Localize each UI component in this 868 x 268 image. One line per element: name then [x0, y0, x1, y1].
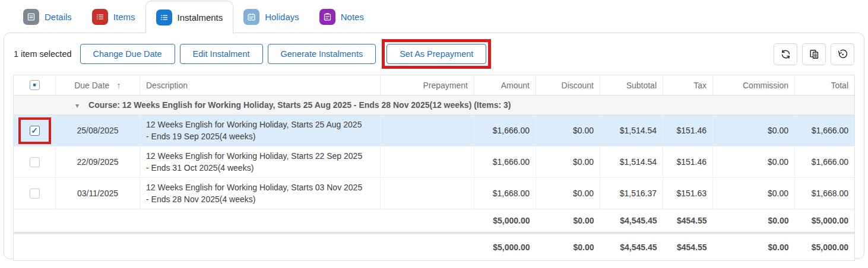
column-header-amount[interactable]: Amount: [474, 75, 536, 95]
description-cell: 12 Weeks English for Working Holiday, St…: [140, 146, 381, 178]
group-total-amount: $5,000.00: [474, 209, 536, 232]
grand-total-row: $5,000.00 $0.00 $4,545.45 $454.55 $0.00 …: [14, 234, 855, 261]
column-header-commission[interactable]: Commission: [713, 75, 795, 95]
copy-button[interactable]: [802, 43, 826, 65]
description-cell: 12 Weeks English for Working Holiday, St…: [140, 178, 381, 209]
selection-status: 1 item selected: [14, 49, 72, 59]
commission-cell: $0.00: [713, 178, 795, 209]
subtotal-cell: $1,516.37: [600, 178, 663, 209]
tab-holidays[interactable]: Holidays: [233, 1, 309, 33]
refresh-button[interactable]: [774, 43, 797, 65]
tab-instalments-label: Instalments: [178, 12, 223, 23]
checkmark-icon: ✓: [31, 126, 38, 135]
group-total-discount: $0.00: [536, 209, 600, 232]
amount-cell: $1,668.00: [474, 178, 536, 209]
generate-instalments-button[interactable]: Generate Instalments: [268, 44, 376, 64]
tax-cell: $151.63: [663, 178, 713, 209]
grand-total-discount: $0.00: [536, 234, 600, 261]
tab-details-label: Details: [45, 12, 72, 22]
row-checkbox[interactable]: [30, 157, 40, 167]
total-cell: $1,666.00: [795, 115, 855, 146]
refresh-icon: [780, 49, 791, 60]
list-icon: [92, 9, 108, 25]
list-icon: [156, 9, 172, 25]
tab-notes[interactable]: Notes: [309, 1, 374, 33]
copy-icon: [809, 49, 820, 60]
row-checkbox[interactable]: [30, 189, 40, 199]
history-icon: [837, 49, 848, 60]
annotation-box-row-checkbox: ✓: [18, 117, 51, 144]
tab-notes-label: Notes: [341, 12, 364, 22]
subtotal-cell: $1,514.54: [600, 115, 663, 146]
tab-details[interactable]: Details: [13, 1, 82, 33]
note-icon: [319, 9, 335, 25]
discount-cell: $0.00: [536, 146, 600, 178]
instalment-row-3[interactable]: 03/11/2025 12 Weeks English for Working …: [14, 178, 855, 209]
tab-items-label: Items: [113, 12, 135, 22]
tab-holidays-label: Holidays: [265, 12, 299, 22]
grand-total-total: $5,000.00: [795, 234, 855, 261]
prepayment-cell: [381, 178, 474, 209]
column-header-description[interactable]: Description: [140, 75, 381, 95]
calendar-icon: [243, 9, 259, 25]
course-group-label: Course: 12 Weeks English for Working Hol…: [88, 100, 511, 110]
tax-cell: $151.46: [663, 146, 713, 178]
edit-instalment-button[interactable]: Edit Instalment: [180, 44, 263, 64]
column-header-prepayment[interactable]: Prepayment: [381, 75, 474, 95]
grand-total-amount: $5,000.00: [474, 234, 536, 261]
instalments-panel: 1 item selected Change Due Date Edit Ins…: [4, 33, 864, 259]
group-total-tax: $454.55: [663, 209, 713, 232]
total-cell: $1,668.00: [795, 178, 855, 209]
tab-instalments[interactable]: Instalments: [145, 1, 234, 34]
collapse-caret-icon[interactable]: ▾: [75, 101, 79, 110]
subtotal-cell: $1,514.54: [600, 146, 663, 178]
tax-cell: $151.46: [663, 115, 713, 146]
grand-total-subtotal: $4,545.45: [600, 234, 663, 261]
change-due-date-button[interactable]: Change Due Date: [80, 44, 175, 64]
prepayment-cell: [381, 146, 474, 178]
group-total-subtotal: $4,545.45: [600, 209, 663, 232]
tab-items[interactable]: Items: [82, 1, 145, 33]
table-header-row: ■ Due Date↑ Description Prepayment Amoun…: [14, 75, 855, 95]
group-total-row: $5,000.00 $0.00 $4,545.45 $454.55 $0.00 …: [14, 209, 855, 232]
select-all-checkbox[interactable]: ■: [30, 80, 40, 90]
column-header-discount[interactable]: Discount: [536, 75, 600, 95]
sort-ascending-icon: ↑: [116, 80, 121, 90]
history-button[interactable]: [831, 43, 854, 65]
description-cell: 12 Weeks English for Working Holiday, St…: [140, 115, 381, 146]
amount-cell: $1,666.00: [474, 146, 536, 178]
grand-total-tax: $454.55: [663, 234, 713, 261]
discount-cell: $0.00: [536, 115, 600, 146]
annotation-box-set-as-prepayment: Set As Prepayment: [382, 39, 491, 69]
tab-bar: Details Items Instalments Holidays Notes: [0, 0, 868, 33]
instalment-row-2[interactable]: 22/09/2025 12 Weeks English for Working …: [14, 146, 855, 178]
column-header-due-date[interactable]: Due Date↑: [56, 75, 140, 95]
commission-cell: $0.00: [713, 115, 795, 146]
instalments-grid: ■ Due Date↑ Description Prepayment Amoun…: [13, 75, 855, 261]
toolbar: 1 item selected Change Due Date Edit Ins…: [4, 33, 864, 72]
indeterminate-icon: ■: [33, 82, 36, 88]
due-date-cell: 22/09/2025: [56, 146, 140, 178]
header-checkbox-cell: ■: [14, 75, 56, 95]
discount-cell: $0.00: [536, 178, 600, 209]
column-header-subtotal[interactable]: Subtotal: [600, 75, 663, 95]
group-total-total: $5,000.00: [795, 209, 855, 232]
row-checkbox[interactable]: ✓: [30, 126, 40, 136]
group-total-commission: $0.00: [713, 209, 795, 232]
set-as-prepayment-button[interactable]: Set As Prepayment: [387, 44, 486, 64]
total-cell: $1,666.00: [795, 146, 855, 178]
course-group-row[interactable]: ▾Course: 12 Weeks English for Working Ho…: [14, 95, 855, 115]
grand-total-commission: $0.00: [713, 234, 795, 261]
instalment-row-1[interactable]: ✓ 25/08/2025 12 Weeks English for Workin…: [14, 115, 855, 146]
amount-cell: $1,666.00: [474, 115, 536, 146]
document-icon: [23, 9, 39, 25]
column-header-total[interactable]: Total: [795, 75, 855, 95]
prepayment-cell: [381, 115, 474, 146]
column-header-tax[interactable]: Tax: [663, 75, 713, 95]
due-date-cell: 25/08/2025: [56, 115, 140, 146]
due-date-cell: 03/11/2025: [56, 178, 140, 209]
commission-cell: $0.00: [713, 146, 795, 178]
toolbar-icon-group: [774, 43, 854, 65]
